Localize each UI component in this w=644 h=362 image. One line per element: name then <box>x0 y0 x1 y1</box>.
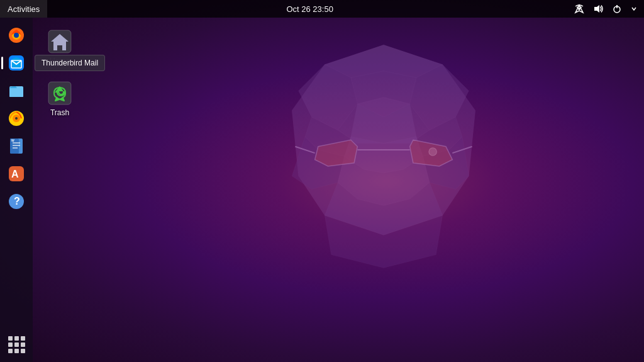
dock-item-thunderbird[interactable] <box>4 50 29 76</box>
dock-item-firefox[interactable] <box>4 23 29 48</box>
dock-item-writer[interactable]: W <box>4 133 29 159</box>
wallpaper-gorilla <box>201 25 566 340</box>
network-icon[interactable] <box>572 3 586 15</box>
svg-point-29 <box>11 57 22 69</box>
svg-point-27 <box>14 33 19 38</box>
desktop-icon-trash[interactable]: Trash <box>38 77 82 121</box>
topbar-clock[interactable]: Oct 26 23:50 <box>47 4 572 14</box>
dock-item-help[interactable]: ? <box>4 189 29 214</box>
desktop-icons: Home <box>38 25 82 121</box>
svg-text:A: A <box>11 169 19 179</box>
svg-point-21 <box>578 8 580 10</box>
svg-text:W: W <box>11 139 14 142</box>
svg-point-20 <box>429 148 437 156</box>
desktop-icon-home[interactable]: Home <box>38 25 82 69</box>
power-icon[interactable] <box>610 3 624 15</box>
system-menu-chevron-icon[interactable] <box>629 4 639 13</box>
dock-item-files[interactable] <box>4 78 29 103</box>
svg-rect-48 <box>48 82 71 105</box>
grid-apps-icon <box>8 336 25 353</box>
topbar-right <box>572 3 644 15</box>
topbar: Activities Oct 26 23:50 <box>0 0 644 18</box>
home-icon <box>47 29 72 54</box>
desktop: Activities Oct 26 23:50 <box>0 0 644 362</box>
trash-icon <box>47 81 72 106</box>
activities-label: Activities <box>8 4 40 14</box>
svg-marker-22 <box>594 5 599 13</box>
svg-point-35 <box>15 117 18 120</box>
dock-item-rhythmbox[interactable] <box>4 106 29 131</box>
svg-text:?: ? <box>14 196 20 206</box>
activities-button[interactable]: Activities <box>0 0 47 18</box>
dock: W A ? <box>0 18 33 362</box>
dock-item-appcenter[interactable]: A <box>4 161 29 186</box>
datetime-label: Oct 26 23:50 <box>286 4 333 14</box>
volume-icon[interactable] <box>591 3 605 15</box>
trash-icon-label: Trash <box>50 108 69 117</box>
dock-show-applications[interactable] <box>4 332 29 357</box>
home-icon-label: Home <box>50 57 70 65</box>
svg-rect-32 <box>9 88 23 97</box>
